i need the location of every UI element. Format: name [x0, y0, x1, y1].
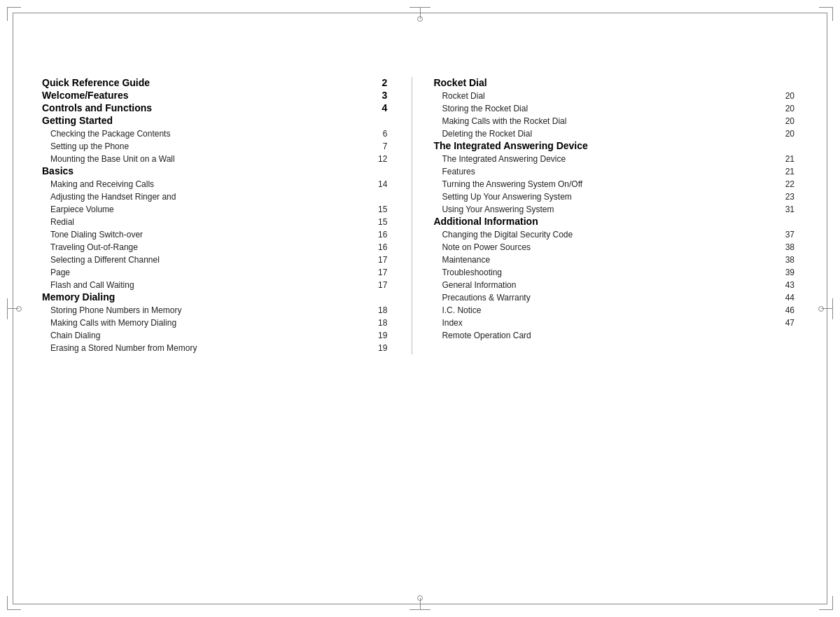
toc-entry-page: 17	[373, 266, 391, 279]
toc-entry-page: 19	[373, 329, 391, 342]
toc-entry-page: 46	[780, 304, 798, 317]
toc-section-row: Basics	[42, 165, 391, 178]
toc-entry: Earpiece Volume15	[42, 203, 391, 216]
toc-entry-text: Making and Receiving Calls	[42, 178, 373, 190]
toc-entry-text: Flash and Call Waiting	[42, 279, 373, 291]
toc-entry-text: Rocket Dial	[433, 90, 780, 102]
toc-entry: Using Your Answering System31	[433, 203, 798, 216]
toc-entry: The Integrated Answering Device21	[433, 153, 798, 165]
toc-entry: Features21	[433, 165, 798, 178]
toc-entry: Traveling Out-of-Range16	[42, 241, 391, 254]
toc-entry-page: 43	[780, 279, 798, 291]
toc-entry-page: 44	[780, 291, 798, 304]
toc-section-title: Basics	[42, 165, 74, 176]
toc-entry-page: 15	[373, 203, 391, 216]
toc-entry-text: Changing the Digital Security Code	[433, 228, 780, 241]
toc-entry-page: 19	[373, 342, 391, 354]
toc-entry: Making Calls with the Rocket Dial20	[433, 115, 798, 127]
toc-section-title: Controls and Functions	[42, 102, 152, 113]
toc-entry-text: Features	[433, 165, 780, 178]
toc-entry-text: Chain Dialing	[42, 329, 373, 342]
toc-entry-text: Earpiece Volume	[42, 203, 373, 216]
toc-entry-text: The Integrated Answering Device	[433, 153, 780, 165]
toc-entry: Precautions & Warranty44	[433, 291, 798, 304]
toc-entry: Deleting the Rocket Dial20	[433, 127, 798, 140]
toc-entry-page: 20	[780, 115, 798, 127]
toc-entry: Flash and Call Waiting17	[42, 279, 391, 291]
toc-entry: Redial15	[42, 216, 391, 228]
toc-section-row: Controls and Functions4	[42, 102, 391, 115]
toc-entry: General Information43	[433, 279, 798, 291]
toc-entry: Mounting the Base Unit on a Wall12	[42, 153, 391, 165]
toc-entry-page: 15	[373, 216, 391, 228]
main-content: Quick Reference Guide2Welcome/Features3C…	[42, 56, 798, 575]
toc-section-row: Getting Started	[42, 115, 391, 127]
toc-entry: Turning the Answering System On/Off22	[433, 178, 798, 190]
crosshair-right	[818, 298, 833, 319]
toc-entry-text: Maintenance	[433, 254, 780, 266]
toc-section-page: 3	[373, 90, 391, 101]
toc-section-row: Quick Reference Guide2	[42, 77, 391, 90]
toc-section-title: Welcome/Features	[42, 90, 128, 101]
toc-entry-page: 38	[780, 254, 798, 266]
toc-entry: Adjusting the Handset Ringer and	[42, 190, 391, 203]
toc-entry-page: 18	[373, 317, 391, 329]
crosshair-top	[410, 7, 430, 22]
toc-entry: Setting Up Your Answering System23	[433, 190, 798, 203]
toc-section-row: The Integrated Answering Device	[433, 140, 798, 153]
toc-section-page: 4	[373, 102, 391, 113]
toc-entry-page: 16	[373, 241, 391, 254]
toc-entry-text: Tone Dialing Switch-over	[42, 228, 373, 241]
crosshair-bottom	[410, 595, 430, 610]
toc-entry-text: Troubleshooting	[433, 266, 780, 279]
toc-entry-text: Storing the Rocket Dial	[433, 102, 780, 115]
toc-columns: Quick Reference Guide2Welcome/Features3C…	[42, 77, 798, 354]
toc-entry-text: Adjusting the Handset Ringer and	[42, 190, 373, 203]
toc-section-title: Additional Information	[433, 216, 538, 227]
toc-section-title: Getting Started	[42, 115, 113, 126]
toc-entry: Erasing a Stored Number from Memory19	[42, 342, 391, 354]
toc-entry-text: Note on Power Sources	[433, 241, 780, 254]
toc-section-title: The Integrated Answering Device	[433, 140, 587, 151]
toc-entry: Storing Phone Numbers in Memory18	[42, 304, 391, 317]
toc-entry-text: Index	[433, 317, 780, 329]
toc-entry: Tone Dialing Switch-over16	[42, 228, 391, 241]
toc-entry: Chain Dialing19	[42, 329, 391, 342]
toc-entry-text: Redial	[42, 216, 373, 228]
toc-entry-text: Deleting the Rocket Dial	[433, 127, 780, 140]
toc-entry-page: 20	[780, 90, 798, 102]
toc-entry: Note on Power Sources38	[433, 241, 798, 254]
toc-entry-page: 16	[373, 228, 391, 241]
toc-entry: Rocket Dial20	[433, 90, 798, 102]
toc-entry-page: 31	[780, 203, 798, 216]
column-divider	[412, 77, 412, 354]
toc-entry-page: 23	[780, 190, 798, 203]
toc-entry-text: Turning the Answering System On/Off	[433, 178, 780, 190]
toc-entry-page: 7	[373, 140, 391, 153]
toc-entry-page: 12	[373, 153, 391, 165]
reg-mark-tl	[7, 7, 21, 21]
toc-entry: Index47	[433, 317, 798, 329]
toc-entry: Setting up the Phone7	[42, 140, 391, 153]
toc-entry: Storing the Rocket Dial20	[433, 102, 798, 115]
toc-entry-page: 6	[373, 127, 391, 140]
toc-entry-page: 14	[373, 178, 391, 190]
right-column: Rocket DialRocket Dial20Storing the Rock…	[419, 77, 798, 354]
toc-section-title: Rocket Dial	[433, 77, 486, 88]
toc-entry: Making and Receiving Calls14	[42, 178, 391, 190]
toc-entry: Maintenance38	[433, 254, 798, 266]
toc-entry-text: Checking the Package Contents	[42, 127, 373, 140]
toc-entry-text: Traveling Out-of-Range	[42, 241, 373, 254]
toc-entry-text: Erasing a Stored Number from Memory	[42, 342, 373, 354]
toc-section-row: Rocket Dial	[433, 77, 798, 90]
toc-entry-page: 37	[780, 228, 798, 241]
toc-entry-page: 38	[780, 241, 798, 254]
toc-section-row: Additional Information	[433, 216, 798, 228]
toc-entry-text: Precautions & Warranty	[433, 291, 780, 304]
toc-entry: Changing the Digital Security Code37	[433, 228, 798, 241]
toc-section-row: Memory Dialing	[42, 291, 391, 304]
toc-entry-text: Setting up the Phone	[42, 140, 373, 153]
toc-entry-text: Storing Phone Numbers in Memory	[42, 304, 373, 317]
toc-entry-page: 21	[780, 165, 798, 178]
toc-entry-text: Making Calls with Memory Dialing	[42, 317, 373, 329]
